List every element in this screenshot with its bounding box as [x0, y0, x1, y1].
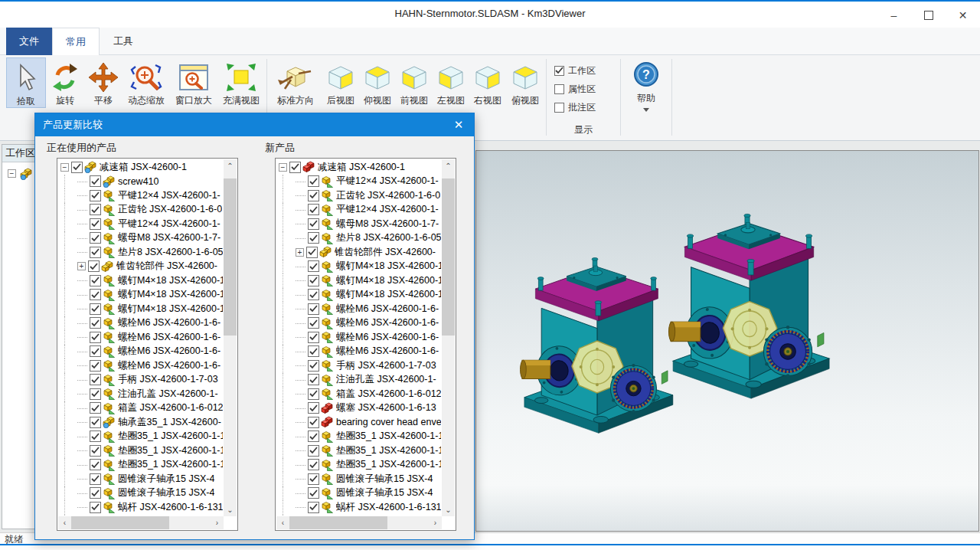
tree-item[interactable]: 垫圈35_1 JSX-42600-1-1: [277, 444, 441, 458]
tree-item[interactable]: 平键12×4 JSX-42600-1-: [277, 175, 441, 189]
item-checkbox-checked[interactable]: [308, 417, 319, 428]
tree-item[interactable]: 螺钉M4×18 JSX-42600-1: [277, 260, 441, 274]
item-checkbox-checked[interactable]: [308, 459, 319, 470]
tree-item[interactable]: 注油孔盖 JSX-42600-1-: [277, 373, 441, 388]
item-checkbox-checked[interactable]: [90, 445, 101, 457]
tree-item[interactable]: + 锥齿轮部件 JSX-42600-: [59, 260, 223, 274]
item-checkbox-checked[interactable]: [308, 275, 319, 286]
item-checkbox-checked[interactable]: [308, 317, 319, 329]
item-checkbox-checked[interactable]: [306, 247, 318, 258]
tool-cube-bottom-button[interactable]: 仰视图: [359, 57, 396, 106]
tree-item[interactable]: 圆锥滚子轴承15 JSX-4: [277, 486, 441, 501]
tree-item[interactable]: 螺栓M6 JSX-42600-1-6-: [277, 316, 441, 331]
tree-item[interactable]: 手柄 JSX-42600-1-7-03: [59, 373, 223, 388]
tree-item[interactable]: 平键12×4 JSX-42600-1-: [59, 217, 223, 231]
scroll-right-icon[interactable]: ›: [211, 516, 224, 529]
vertical-scrollbar[interactable]: ⌃ ⌄: [442, 159, 455, 516]
checkbox-unchecked-icon[interactable]: [554, 103, 564, 113]
tool-cursor-button[interactable]: 拾取: [6, 57, 46, 108]
tree-item[interactable]: 蜗杆 JSX-42600-1-6-131: [277, 500, 441, 515]
minimize-button[interactable]: –: [877, 3, 911, 28]
item-checkbox-checked[interactable]: [308, 232, 319, 244]
item-checkbox-checked[interactable]: [308, 374, 319, 385]
expander-plus-icon[interactable]: +: [77, 262, 86, 270]
tree-item[interactable]: 螺钉M4×18 JSX-42600-1: [59, 302, 223, 316]
tree-item[interactable]: 螺栓M6 JSX-42600-1-6-: [59, 358, 223, 373]
item-checkbox-checked[interactable]: [308, 190, 319, 201]
dialog-title-bar[interactable]: 产品更新比较 ✕: [35, 113, 474, 136]
item-checkbox-checked[interactable]: [88, 260, 100, 272]
3d-model-left[interactable]: [521, 257, 673, 433]
tree-item[interactable]: 蜗杆 JSX-42600-1-6-131: [59, 500, 223, 515]
tab-tools[interactable]: 工具: [100, 28, 147, 55]
display-option[interactable]: 工作区: [554, 61, 596, 80]
tool-cube-left-button[interactable]: 左视图: [433, 57, 469, 106]
tree-item[interactable]: 螺栓M6 JSX-42600-1-6-: [277, 330, 441, 345]
item-checkbox-checked[interactable]: [90, 402, 101, 414]
item-checkbox-checked[interactable]: [308, 303, 319, 315]
item-checkbox-checked[interactable]: [308, 473, 319, 485]
checkbox-unchecked-icon[interactable]: [554, 84, 564, 94]
tree-item[interactable]: 螺栓M6 JSX-42600-1-6-: [59, 330, 223, 345]
expander-minus-icon[interactable]: −: [279, 163, 287, 172]
tree-item[interactable]: 螺钉M4×18 JSX-42600-1: [277, 273, 441, 288]
tool-cube-back-button[interactable]: 后视图: [322, 57, 359, 106]
scroll-up-icon[interactable]: ⌃: [224, 159, 237, 172]
display-option[interactable]: 批注区: [554, 98, 596, 116]
scroll-down-icon[interactable]: ⌄: [224, 503, 237, 516]
item-checkbox-checked[interactable]: [90, 417, 101, 428]
tree-item[interactable]: + 锥齿轮部件 JSX-42600-: [277, 245, 441, 260]
item-checkbox-checked[interactable]: [90, 487, 101, 499]
tree-item[interactable]: 螺栓M6 JSX-42600-1-6-: [59, 345, 223, 359]
scroll-left-icon[interactable]: ‹: [58, 516, 71, 529]
tree-item[interactable]: 注油孔盖 JSX-42600-1-: [59, 387, 223, 401]
item-checkbox-checked[interactable]: [90, 275, 101, 286]
item-checkbox-checked[interactable]: [308, 289, 319, 300]
tree-item[interactable]: 圆锥滚子轴承15 JSX-4: [59, 472, 223, 486]
scrollbar-thumb[interactable]: [289, 516, 387, 529]
item-checkbox-checked[interactable]: [308, 360, 319, 372]
display-option[interactable]: 属性区: [554, 80, 596, 98]
tree-item[interactable]: 垫圈35_1 JSX-42600-1-1: [59, 458, 223, 473]
item-checkbox-checked[interactable]: [90, 345, 101, 357]
item-checkbox-checked[interactable]: [90, 247, 101, 258]
3d-model-right[interactable]: [668, 214, 829, 398]
tree-item[interactable]: 螺塞 JSX-42600-1-6-13: [277, 401, 441, 416]
item-checkbox-checked[interactable]: [90, 431, 101, 442]
tree-item[interactable]: 正齿轮 JSX-42600-1-6-0: [277, 188, 441, 203]
item-checkbox-checked[interactable]: [90, 374, 101, 385]
tree-item[interactable]: 垫圈35_1 JSX-42600-1-1: [277, 430, 441, 444]
item-checkbox-checked[interactable]: [90, 303, 101, 315]
item-checkbox-checked[interactable]: [308, 445, 319, 457]
tab-home[interactable]: 常用: [52, 28, 100, 55]
tree-item[interactable]: 箱盖 JSX-42600-1-6-012: [277, 387, 441, 401]
horizontal-scrollbar[interactable]: ‹ ›: [58, 516, 224, 529]
tool-standard-orientation-button[interactable]: 标准方向: [269, 57, 322, 106]
item-checkbox-checked[interactable]: [308, 260, 319, 272]
tree-item[interactable]: bearing cover head enve: [277, 415, 441, 430]
close-button[interactable]: ✕: [946, 3, 980, 28]
viewport-3d[interactable]: [475, 150, 979, 532]
expander-minus-icon[interactable]: −: [8, 169, 16, 178]
item-checkbox-checked[interactable]: [308, 502, 319, 513]
item-checkbox-checked[interactable]: [308, 332, 319, 343]
tree-item[interactable]: 垫片8 JSX-42600-1-6-05: [59, 245, 223, 260]
tree-item[interactable]: − 减速箱 JSX-42600-1: [277, 160, 441, 175]
tree-item[interactable]: 螺栓M6 JSX-42600-1-6-: [59, 316, 223, 331]
tree-item[interactable]: 螺钉M4×18 JSX-42600-1: [59, 273, 223, 288]
horizontal-scrollbar[interactable]: ‹ ›: [276, 516, 442, 529]
item-checkbox-checked[interactable]: [308, 345, 319, 357]
tree-item[interactable]: 手柄 JSX-42600-1-7-03: [277, 358, 441, 373]
help-button[interactable]: ? 帮助: [622, 55, 670, 112]
tree-item[interactable]: 轴承盖35 JSX-42600-1-: [277, 515, 441, 516]
item-checkbox-checked[interactable]: [90, 232, 101, 244]
tool-pan-button[interactable]: 平移: [84, 57, 122, 106]
expander-plus-icon[interactable]: +: [296, 248, 304, 257]
tree-item[interactable]: 垫圈35_1 JSX-42600-1-1: [59, 444, 223, 458]
tree-item[interactable]: 平键12×4 JSX-42600-1-: [59, 188, 223, 203]
tree-item[interactable]: 垫片8 JSX-42600-1-6-05: [277, 231, 441, 246]
item-checkbox-checked[interactable]: [308, 218, 319, 230]
vertical-scrollbar[interactable]: ⌃ ⌄: [224, 159, 237, 516]
tool-cube-right-button[interactable]: 右视图: [469, 57, 506, 106]
tree-item[interactable]: − 减速箱 JSX-42600-1: [59, 160, 223, 175]
